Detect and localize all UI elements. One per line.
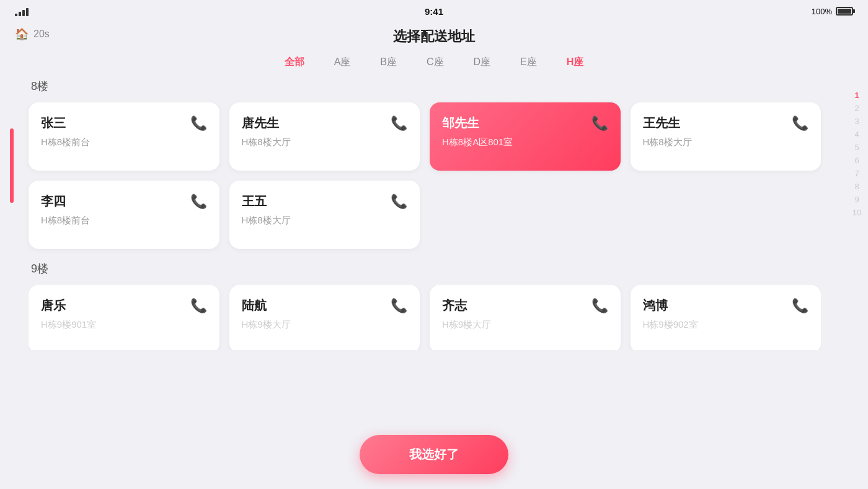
card-hongbo[interactable]: 鸿博 📞 H栋9楼902室 — [631, 285, 822, 350]
index-4[interactable]: 4 — [854, 130, 859, 138]
tab-e[interactable]: E座 — [520, 55, 537, 70]
card-wang[interactable]: 王先生 📞 H栋8楼大厅 — [631, 102, 822, 171]
card-top: 王五 📞 — [242, 193, 408, 210]
timer: 20s — [33, 29, 50, 40]
card-name: 唐先生 — [242, 115, 279, 132]
card-tang[interactable]: 唐先生 📞 H栋8楼大厅 — [229, 102, 420, 171]
nav-back[interactable]: 🏠 20s — [15, 27, 50, 41]
card-addr: H栋9楼902室 — [643, 319, 809, 331]
phone-icon: 📞 — [391, 298, 407, 314]
phone-icon: 📞 — [190, 115, 207, 132]
home-icon: 🏠 — [15, 27, 29, 41]
confirm-button[interactable]: 我选好了 — [360, 435, 508, 474]
card-tangliao[interactable]: 唐乐 📞 H栋9楼901室 — [29, 285, 219, 350]
card-name: 陆航 — [242, 297, 267, 314]
card-top: 张三 📞 — [41, 115, 207, 132]
card-luhang[interactable]: 陆航 📞 H栋9楼大厅 — [229, 285, 420, 350]
floor-8-section: 8楼 张三 📞 H栋8楼前台 唐先生 📞 H栋8 — [29, 79, 821, 249]
card-zou[interactable]: 邹先生 📞 H栋8楼A区801室 — [430, 102, 621, 171]
tab-b[interactable]: B座 — [380, 55, 397, 70]
card-top: 王先生 📞 — [643, 115, 809, 132]
card-qizhi[interactable]: 齐志 📞 H栋9楼大厅 — [430, 285, 621, 350]
card-top: 陆航 📞 — [242, 297, 408, 314]
phone-icon: 📞 — [391, 194, 407, 210]
card-top: 唐先生 📞 — [242, 115, 408, 132]
card-addr: H栋9楼大厅 — [242, 319, 408, 331]
signal-icon — [15, 6, 29, 16]
filter-tabs: 全部 A座 B座 C座 D座 E座 H座 — [0, 48, 868, 79]
index-10[interactable]: 10 — [852, 209, 861, 217]
right-index: 1 2 3 4 5 6 7 8 9 10 — [846, 79, 868, 478]
card-addr: H栋8楼大厅 — [242, 137, 408, 148]
card-wangwu[interactable]: 王五 📞 H栋8楼大厅 — [229, 181, 420, 249]
floor-9-label: 9楼 — [29, 261, 821, 276]
status-bar: 9:41 100% — [0, 0, 868, 22]
card-addr: H栋8楼A区801室 — [442, 137, 608, 148]
card-name: 王先生 — [643, 115, 680, 132]
phone-icon: 📞 — [190, 194, 207, 210]
phone-icon: 📞 — [391, 115, 407, 132]
card-addr: H栋8楼大厅 — [643, 137, 809, 148]
floor-8-label: 8楼 — [29, 79, 821, 94]
card-top: 唐乐 📞 — [41, 297, 207, 314]
card-name: 齐志 — [442, 297, 467, 314]
tab-all[interactable]: 全部 — [285, 55, 304, 70]
card-name: 邹先生 — [442, 115, 479, 132]
tab-h[interactable]: H座 — [567, 55, 584, 70]
index-7[interactable]: 7 — [854, 169, 859, 177]
index-3[interactable]: 3 — [854, 117, 859, 125]
battery-icon — [836, 7, 853, 16]
card-name: 王五 — [242, 193, 267, 210]
card-name: 唐乐 — [41, 297, 66, 314]
card-name: 鸿博 — [643, 297, 668, 314]
phone-icon: 📞 — [792, 115, 808, 132]
phone-icon: 📞 — [190, 298, 207, 314]
status-time: 9:41 — [425, 6, 443, 17]
card-zhangsan[interactable]: 张三 📞 H栋8楼前台 — [29, 102, 219, 171]
index-1[interactable]: 1 — [854, 91, 859, 99]
battery-percent: 100% — [812, 7, 832, 16]
index-9[interactable]: 9 — [854, 195, 859, 204]
index-8[interactable]: 8 — [854, 182, 859, 191]
phone-icon: 📞 — [591, 298, 608, 314]
index-6[interactable]: 6 — [854, 156, 859, 164]
page-title-area: 选择配送地址 — [0, 22, 868, 48]
signal-area — [15, 6, 29, 16]
floor-9-section: 9楼 唐乐 📞 H栋9楼901室 陆航 📞 H栋 — [29, 261, 821, 350]
card-name: 李四 — [41, 193, 66, 210]
card-top: 李四 📞 — [41, 193, 207, 210]
card-addr: H栋8楼前台 — [41, 215, 207, 227]
card-addr: H栋9楼901室 — [41, 319, 207, 331]
phone-icon: 📞 — [792, 298, 808, 314]
scroll-content: 8楼 张三 📞 H栋8楼前台 唐先生 📞 H栋8 — [14, 79, 846, 478]
bottom-btn-area: 我选好了 — [360, 435, 508, 474]
card-addr: H栋9楼大厅 — [442, 319, 608, 331]
floor-8-row2: 李四 📞 H栋8楼前台 王五 📞 H栋8楼大厅 — [29, 181, 821, 249]
floor-9-row1: 唐乐 📞 H栋9楼901室 陆航 📞 H栋9楼大厅 齐志 — [29, 285, 821, 350]
card-addr: H栋8楼大厅 — [242, 215, 408, 227]
tab-d[interactable]: D座 — [474, 55, 491, 70]
index-5[interactable]: 5 — [854, 143, 859, 151]
floor-8-row1: 张三 📞 H栋8楼前台 唐先生 📞 H栋8楼大厅 邹先生 — [29, 102, 821, 171]
card-top: 鸿博 📞 — [643, 297, 809, 314]
card-addr: H栋8楼前台 — [41, 137, 207, 148]
tab-c[interactable]: C座 — [427, 55, 444, 70]
card-top: 邹先生 📞 — [442, 115, 608, 132]
page-title: 选择配送地址 — [0, 27, 868, 46]
main-content: 8楼 张三 📞 H栋8楼前台 唐先生 📞 H栋8 — [0, 79, 868, 478]
card-name: 张三 — [41, 115, 66, 132]
phone-icon: 📞 — [591, 115, 608, 132]
index-2[interactable]: 2 — [854, 104, 859, 112]
card-top: 齐志 📞 — [442, 297, 608, 314]
tab-a[interactable]: A座 — [334, 55, 351, 70]
card-lisi[interactable]: 李四 📞 H栋8楼前台 — [29, 181, 219, 249]
battery-area: 100% — [812, 7, 853, 16]
